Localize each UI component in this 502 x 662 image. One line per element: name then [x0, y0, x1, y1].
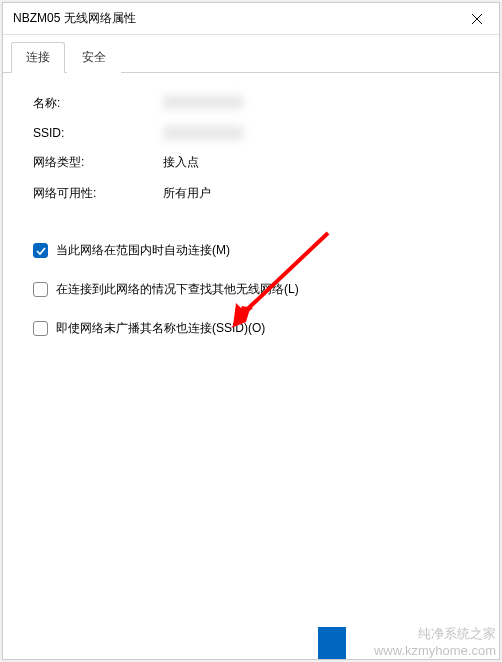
field-network-type: 网络类型: 接入点 [33, 154, 469, 171]
checkbox-connect-no-broadcast[interactable]: 即使网络未广播其名称也连接(SSID)(O) [33, 320, 469, 337]
titlebar: NBZM05 无线网络属性 [3, 3, 499, 35]
checkbox-group: 当此网络在范围内时自动连接(M) 在连接到此网络的情况下查找其他无线网络(L) … [33, 242, 469, 337]
checkbox-label: 当此网络在范围内时自动连接(M) [56, 242, 230, 259]
field-name: 名称: NBZM05 [33, 95, 469, 112]
wireless-properties-dialog: NBZM05 无线网络属性 连接 安全 名称: NBZM05 SSID: NBZ… [2, 2, 500, 660]
name-label: 名称: [33, 95, 163, 112]
checkbox-icon [33, 282, 48, 297]
tab-content: 名称: NBZM05 SSID: NBZM05 网络类型: 接入点 网络可用性:… [3, 73, 499, 659]
field-availability: 网络可用性: 所有用户 [33, 185, 469, 202]
ssid-label: SSID: [33, 126, 163, 140]
checkbox-look-for-other[interactable]: 在连接到此网络的情况下查找其他无线网络(L) [33, 281, 469, 298]
network-type-value: 接入点 [163, 154, 469, 171]
checkbox-label: 即使网络未广播其名称也连接(SSID)(O) [56, 320, 265, 337]
network-type-label: 网络类型: [33, 154, 163, 171]
name-value: NBZM05 [163, 95, 469, 112]
availability-value: 所有用户 [163, 185, 469, 202]
checkbox-icon [33, 243, 48, 258]
tab-security[interactable]: 安全 [67, 42, 121, 73]
checkbox-auto-connect[interactable]: 当此网络在范围内时自动连接(M) [33, 242, 469, 259]
checkbox-label: 在连接到此网络的情况下查找其他无线网络(L) [56, 281, 299, 298]
close-icon [472, 11, 482, 27]
window-title: NBZM05 无线网络属性 [13, 10, 136, 27]
field-ssid: SSID: NBZM05 [33, 126, 469, 140]
availability-label: 网络可用性: [33, 185, 163, 202]
ssid-value: NBZM05 [163, 126, 469, 140]
tab-connection[interactable]: 连接 [11, 42, 65, 73]
tab-bar: 连接 安全 [3, 35, 499, 73]
close-button[interactable] [454, 3, 499, 35]
checkbox-icon [33, 321, 48, 336]
bottom-accent [318, 627, 346, 659]
